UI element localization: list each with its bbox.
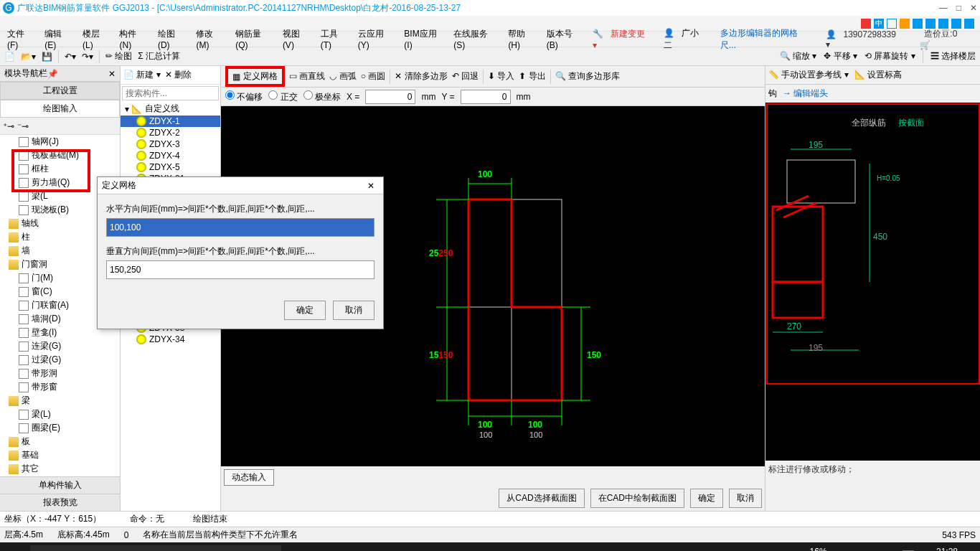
tree-item[interactable]: 连梁(G) [0,339,120,353]
single-input-tab[interactable]: 单构件输入 [0,476,120,494]
app-icon-4[interactable]: 🦁 [403,542,432,551]
y-input[interactable] [461,90,511,104]
rotate-button[interactable]: ⟲ 屏幕旋转 ▾ [864,50,915,63]
taskview-icon[interactable]: ▭ [283,542,311,551]
app-icon-10[interactable]: 🔷 [584,542,613,551]
polygon-editor-label[interactable]: 多边形编辑器的网格尺... [716,26,814,53]
menu-bim[interactable]: BIM应用(I) [400,27,448,52]
current-user[interactable]: 👤 广小二 [659,26,714,53]
close-panel-icon[interactable]: ✕ [108,69,116,79]
cancel-button[interactable]: 取消 [729,489,762,508]
app-icon-7[interactable]: 🗂 [494,542,522,551]
maximize-button[interactable]: □ [956,3,961,13]
pin-icon[interactable]: 📌 [47,69,58,79]
tree-item[interactable]: 板 [0,435,120,448]
new-component-button[interactable]: 📄 新建 ▾ [123,69,161,81]
app-icon-6[interactable]: ⓔ [463,542,492,551]
select-floor-button[interactable]: ☰ 选择楼层 [930,50,976,63]
menu-version[interactable]: 版本号(B) [542,27,587,52]
expand-icon[interactable]: ⁺⊸ [3,121,14,131]
set-elevation-button[interactable]: 📐 设置标高 [854,69,902,81]
ok-button[interactable]: 确定 [690,489,723,508]
dialog-close-icon[interactable]: ✕ [363,181,379,191]
tab-project-settings[interactable]: 工程设置 [0,82,120,100]
tree-item[interactable]: 轴网(J) [0,135,120,149]
menu-draw[interactable]: 绘图(D) [154,27,190,52]
tree-item[interactable]: 过梁(G) [0,353,120,367]
list-item[interactable]: ZDYX-3 [121,138,220,150]
horiz-spacing-input[interactable] [106,218,374,237]
radio-polar[interactable]: 极坐标 [303,90,341,103]
draw-button[interactable]: ✏ 绘图 [105,50,132,62]
sum-button[interactable]: Σ 汇总计算 [138,50,180,62]
delete-component-button[interactable]: ✕ 删除 [165,69,192,81]
undo-icon[interactable]: ↶▾ [65,52,76,62]
dynamic-input-button[interactable]: 动态输入 [224,469,274,486]
define-grid-button[interactable]: ▦ 定义网格 [225,66,285,87]
tree-item[interactable]: 框柱 [0,162,120,176]
collapse-icon[interactable]: ⁻⊸ [17,121,29,131]
tree-item[interactable]: 其它 [0,462,120,476]
menu-rebar[interactable]: 钢筋量(Q) [231,27,277,52]
menu-help[interactable]: 帮助(H) [504,27,540,52]
report-preview-tab[interactable]: 报表预览 [0,494,120,511]
new-change-button[interactable]: 🔧 新建变更 ▾ [588,27,658,52]
app-icon-8[interactable]: 🟢 [524,542,552,551]
credits-label[interactable]: 造价豆:0 🛒 [915,27,977,52]
list-item[interactable]: ZDYX-2 [121,127,220,138]
draw-arc-button[interactable]: ◡ 画弧 [329,70,356,83]
list-item[interactable]: ZDYX-4 [121,150,220,161]
dialog-cancel-button[interactable]: 取消 [333,301,374,320]
menu-file[interactable]: 文件(F) [3,27,39,52]
redo-icon[interactable]: ↷▾ [82,52,93,62]
minimize-button[interactable]: — [939,3,948,13]
cpu-meter[interactable]: 16%CPU使用率 [783,547,826,551]
hook-button[interactable]: 钩 [768,88,777,100]
pan-button[interactable]: ✥ 平移 ▾ [824,50,857,63]
close-button[interactable]: ✕ [970,3,977,13]
open-file-icon[interactable]: 📂▾ [21,52,36,62]
cad-select-button[interactable]: 从CAD选择截面图 [499,489,584,508]
list-item[interactable]: ZDYX-1 [121,116,220,127]
app-icon-5[interactable]: ⓔ [433,542,462,551]
menu-online[interactable]: 在线服务(S) [449,27,502,52]
x-input[interactable] [365,90,415,104]
cad-draw-button[interactable]: 在CAD中绘制截面图 [590,489,684,508]
menu-cloud[interactable]: 云应用(Y) [354,27,398,52]
list-item[interactable]: ZDYX-34 [121,334,220,345]
radio-no-offset[interactable]: 不偏移 [225,90,263,103]
app-icon-2[interactable]: 🌀 [343,542,372,551]
edit-end-button[interactable]: → 编辑端头 [783,88,828,100]
tree-item[interactable]: 梁 [0,394,120,408]
menu-component[interactable]: 构件(N) [115,27,151,52]
menu-view[interactable]: 视图(V) [278,27,315,52]
draw-line-button[interactable]: ▭ 画直线 [289,70,325,83]
draw-circle-button[interactable]: ○ 画圆 [361,70,386,83]
app-icon-3[interactable]: ⓔ [373,542,402,551]
save-file-icon[interactable]: 💾 [42,52,52,62]
radio-ortho[interactable]: 正交 [268,90,297,103]
export-button[interactable]: ⬆ 导出 [519,70,545,83]
component-search-input[interactable] [122,86,219,100]
tree-item[interactable]: 圈梁(E) [0,421,120,435]
list-root[interactable]: ▾ 📐 自定义线 [121,102,220,116]
tree-item[interactable]: 基础 [0,448,120,462]
clear-polygon-button[interactable]: ✕ 清除多边形 [395,70,447,83]
vert-spacing-input[interactable] [106,260,374,279]
list-item[interactable]: ZDYX-5 [121,161,220,173]
tree-item[interactable]: 带形洞 [0,367,120,380]
zoom-button[interactable]: 🔍 缩放 ▾ [780,50,817,63]
new-file-icon[interactable]: 📄 [4,52,15,62]
dialog-ok-button[interactable]: 确定 [284,301,326,320]
tree-item[interactable]: 带形窗 [0,380,120,394]
taskbar-clock[interactable]: 21:282018/10/7 [920,547,958,551]
menu-floor[interactable]: 楼层(L) [78,27,114,52]
app-icon-1[interactable]: 📁 [313,542,341,551]
tab-draw-input[interactable]: 绘图输入 [0,100,120,118]
tree-item[interactable]: 筏板基础(M) [0,149,120,162]
app-icon-9[interactable]: 🔵 [554,542,583,551]
start-button[interactable]: ⊞ [0,542,29,551]
section-canvas[interactable]: 全部纵筋 按截面 195 H=0.05 450 270 195 [765,103,980,461]
undo-step-button[interactable]: ↶ 回退 [452,70,479,83]
taskbar-search[interactable]: ○ 在这里输入你要搜索的内容 [30,545,281,551]
